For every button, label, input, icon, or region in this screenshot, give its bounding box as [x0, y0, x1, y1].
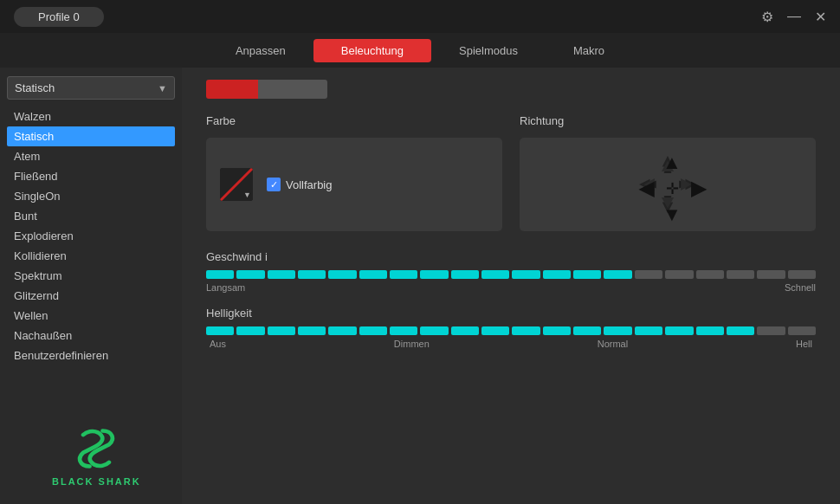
logo-text: BLACK SHARK	[52, 476, 141, 487]
dimmen-label: Dimmen	[394, 339, 430, 349]
brightness-seg-18[interactable]	[757, 326, 785, 335]
title-bar: Profile 0 ⚙ — ✕	[0, 0, 840, 33]
color-gray-segment	[258, 80, 327, 99]
brightness-seg-15[interactable]	[665, 326, 693, 335]
speed-seg-11[interactable]	[543, 270, 571, 279]
speed-seg-13[interactable]	[604, 270, 631, 279]
speed-slider[interactable]	[206, 270, 816, 279]
speed-seg-16[interactable]	[696, 270, 724, 279]
speed-seg-5[interactable]	[359, 270, 387, 279]
richtung-label: Richtung	[520, 114, 816, 127]
sidebar-item-statisch[interactable]: Statisch	[7, 126, 175, 146]
tab-anpassen[interactable]: Anpassen	[208, 39, 313, 62]
color-swatch[interactable]: ▼	[220, 168, 253, 201]
brightness-seg-11[interactable]	[543, 326, 571, 335]
sidebar-item-wellen[interactable]: Wellen	[7, 306, 175, 326]
tab-makro[interactable]: Makro	[546, 39, 632, 62]
farbe-box: ▼ ✓ Vollfarbig	[206, 138, 502, 231]
speed-seg-8[interactable]	[451, 270, 479, 279]
color-bar-row	[206, 80, 816, 99]
brightness-seg-0[interactable]	[206, 326, 234, 335]
speed-seg-2[interactable]	[268, 270, 295, 279]
vollfarbig-checkbox[interactable]: ✓	[267, 178, 281, 191]
close-icon[interactable]: ✕	[815, 9, 826, 25]
brightness-seg-1[interactable]	[236, 326, 264, 335]
richtung-box: ▲ ◀ ✛ ▶ ▼	[520, 138, 816, 231]
vollfarbig-wrapper[interactable]: ✓ Vollfarbig	[267, 178, 332, 191]
sidebar-item-singleon[interactable]: SingleOn	[7, 186, 175, 206]
speed-seg-19[interactable]	[788, 270, 816, 279]
logo-area: BLACK SHARK	[52, 424, 141, 487]
brightness-label: Helligkeit	[206, 307, 816, 320]
brightness-seg-13[interactable]	[604, 326, 631, 335]
speed-section: Geschwind i Langsam Schnell	[206, 250, 816, 293]
farbe-label: Farbe	[206, 114, 502, 127]
brightness-seg-10[interactable]	[512, 326, 540, 335]
langsam-label: Langsam	[206, 282, 245, 293]
farbe-richtung-row: ▼ ✓ Vollfarbig	[206, 138, 816, 231]
arrow-down-icon: ▼	[662, 204, 682, 226]
speed-seg-17[interactable]	[727, 270, 754, 279]
speed-seg-15[interactable]	[665, 270, 693, 279]
sidebar-item-glitzernd[interactable]: Glitzernd	[7, 286, 175, 306]
normal-label: Normal	[598, 339, 628, 349]
color-red-segment	[206, 80, 258, 99]
speed-seg-14[interactable]	[635, 270, 662, 279]
speed-seg-0[interactable]	[206, 270, 234, 279]
brightness-seg-16[interactable]	[696, 326, 724, 335]
swatch-dropdown-icon: ▼	[243, 191, 251, 199]
speed-seg-18[interactable]	[757, 270, 785, 279]
sidebar-item-bunt[interactable]: Bunt	[7, 206, 175, 226]
brightness-seg-3[interactable]	[298, 326, 326, 335]
brightness-seg-17[interactable]	[727, 326, 754, 335]
brightness-seg-4[interactable]	[328, 326, 356, 335]
sidebar-item-kollidieren[interactable]: Kollidieren	[7, 246, 175, 266]
sidebar-item-spektrum[interactable]: Spektrum	[7, 266, 175, 286]
brightness-slider[interactable]	[206, 326, 816, 335]
dropdown-value: Statisch	[15, 81, 55, 94]
profile-label: Profile 0	[38, 10, 80, 23]
speed-seg-9[interactable]	[481, 270, 509, 279]
brightness-seg-12[interactable]	[573, 326, 601, 335]
speed-seg-6[interactable]	[390, 270, 417, 279]
hell-label: Hell	[796, 339, 812, 349]
sidebar-item-explodieren[interactable]: Explodieren	[7, 226, 175, 246]
brightness-section: Helligkeit Aus Dimmen Normal Hell	[206, 307, 816, 349]
schnell-label: Schnell	[785, 282, 816, 293]
brightness-seg-14[interactable]	[635, 326, 662, 335]
speed-seg-1[interactable]	[236, 270, 264, 279]
minimize-icon[interactable]: —	[787, 9, 801, 24]
brightness-seg-8[interactable]	[451, 326, 479, 335]
sidebar-item-nachaussen[interactable]: Nachaußen	[7, 326, 175, 346]
sidebar-item-atem[interactable]: Atem	[7, 146, 175, 166]
sidebar-item-walzen[interactable]: Walzen	[7, 107, 175, 126]
nav-tabs: Anpassen Beleuchtung Spielmodus Makro	[0, 33, 840, 68]
speed-seg-3[interactable]	[298, 270, 326, 279]
speed-seg-12[interactable]	[573, 270, 601, 279]
brightness-seg-2[interactable]	[268, 326, 295, 335]
speed-seg-7[interactable]	[420, 270, 448, 279]
settings-icon[interactable]: ⚙	[761, 9, 773, 25]
brightness-seg-9[interactable]	[481, 326, 509, 335]
title-icons: ⚙ — ✕	[761, 9, 826, 25]
tab-beleuchtung[interactable]: Beleuchtung	[313, 39, 431, 62]
black-shark-logo	[72, 424, 120, 473]
sidebar-dropdown[interactable]: Statisch ▼	[7, 76, 175, 100]
sidebar-item-benutzerdefinieren[interactable]: Benutzerdefinieren	[7, 346, 175, 365]
brightness-seg-7[interactable]	[420, 326, 448, 335]
brightness-seg-19[interactable]	[788, 326, 816, 335]
brightness-slider-labels: Aus Dimmen Normal Hell	[206, 339, 816, 349]
sidebar-item-fliessend[interactable]: Fließend	[7, 166, 175, 186]
arrow-right-icon: ▶	[691, 178, 706, 200]
arrow-center: ✛	[666, 179, 679, 198]
profile-tab[interactable]: Profile 0	[14, 7, 104, 27]
arrow-up-icon: ▲	[662, 152, 682, 174]
speed-seg-10[interactable]	[512, 270, 540, 279]
tab-spielmodus[interactable]: Spielmodus	[431, 39, 546, 62]
brightness-seg-6[interactable]	[390, 326, 417, 335]
chevron-down-icon: ▼	[158, 83, 167, 94]
brightness-seg-5[interactable]	[359, 326, 387, 335]
speed-seg-4[interactable]	[328, 270, 356, 279]
aus-label: Aus	[210, 339, 226, 349]
speed-slider-labels: Langsam Schnell	[206, 282, 816, 293]
